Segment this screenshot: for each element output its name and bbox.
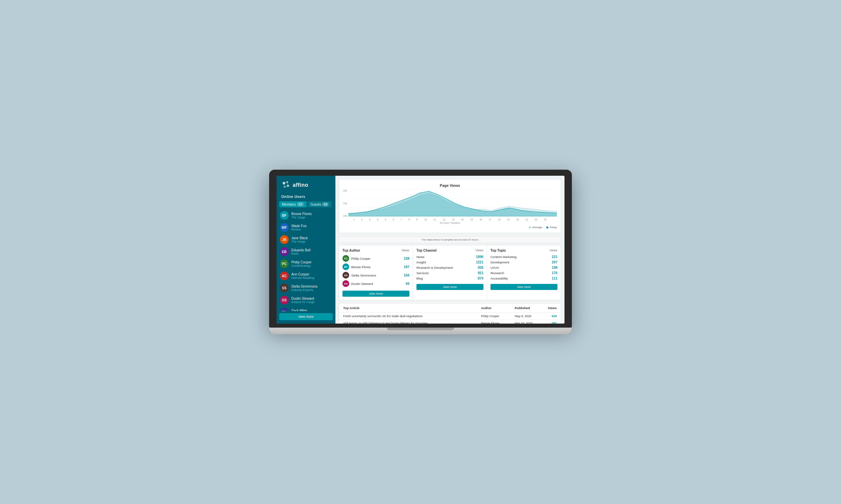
top-author-item: PC Philip Cooper 238 bbox=[342, 255, 409, 262]
article-title: Aldi teams up with Deliveroo to test hom… bbox=[343, 322, 481, 324]
user-company: CreditStrategy bbox=[291, 264, 332, 268]
topic-views: 111 bbox=[552, 276, 557, 280]
top-author-item: BF Bessie Flores 187 bbox=[342, 264, 409, 270]
channel-name: Research & Development bbox=[416, 266, 476, 269]
sidebar-view-more-button[interactable]: view more bbox=[279, 313, 333, 320]
article-author: Philip Cooper bbox=[481, 314, 515, 318]
user-avatar: JB bbox=[280, 235, 289, 244]
user-avatar: ZM bbox=[280, 308, 289, 311]
user-company: Internet Retailing bbox=[291, 276, 332, 280]
data-note: The data below is sampled across last 24… bbox=[339, 236, 561, 243]
top-channel-title: Top Channel Views bbox=[416, 249, 483, 252]
user-info: Philip Cooper CreditStrategy bbox=[291, 260, 332, 268]
top-author-item: SS Stella Simmmons 156 bbox=[342, 272, 409, 278]
members-tab[interactable]: Members 17 bbox=[279, 201, 307, 207]
top-author-view-more[interactable]: view more bbox=[342, 291, 409, 297]
topic-name: Development bbox=[491, 260, 550, 264]
sidebar-user-item[interactable]: JB Jane Black The Verge bbox=[276, 234, 336, 246]
top-channel-list: News 1896 Insight 1221 Research & Develo… bbox=[416, 255, 483, 280]
top-channel-view-more[interactable]: view more bbox=[416, 284, 483, 290]
top-topic-item: Development 207 bbox=[491, 260, 557, 264]
topic-name: Research bbox=[491, 271, 550, 275]
user-company: The Stage bbox=[291, 216, 332, 219]
user-avatar: EB bbox=[280, 247, 289, 256]
main-content: Page Views 300 200 100 bbox=[336, 176, 565, 324]
article-author: Bessie Flores bbox=[481, 322, 515, 324]
topic-name: Content Marketing bbox=[491, 255, 550, 259]
channel-views: 935 bbox=[478, 266, 483, 269]
top-topic-item: Research 176 bbox=[491, 271, 557, 275]
chart-title: Page Views bbox=[343, 183, 557, 187]
user-info: Dustin Steward Iceland Air Cargo bbox=[291, 297, 332, 304]
top-author-panel: Top Author Views PC Philip Cooper 238 BF… bbox=[339, 245, 413, 300]
articles-list: Fresh uncertainty surrounds UK-EU trade … bbox=[339, 313, 561, 324]
chart-x-title: 24 Hour Timeline bbox=[343, 221, 557, 224]
articles-header: Top Article Author Published Views bbox=[339, 303, 561, 313]
user-company: Industry Experts bbox=[291, 288, 332, 292]
top-channel-panel: Top Channel Views News 1896 Insight 1221… bbox=[413, 245, 487, 300]
top-topic-item: Content Marketing 221 bbox=[491, 255, 557, 259]
user-info: Bessie Flores The Stage bbox=[291, 212, 332, 219]
user-avatar: AC bbox=[280, 271, 289, 280]
screen: affino Online Users Members 17 Guests 19… bbox=[276, 176, 565, 324]
article-date: Mar 23, 2020 bbox=[515, 322, 542, 324]
user-name: Dustin Steward bbox=[291, 297, 332, 300]
user-list: BF Bessie Flores The Stage WF Wade Fox R… bbox=[276, 209, 336, 311]
user-avatar: PC bbox=[280, 259, 289, 268]
user-name: Ann Cooper bbox=[291, 272, 332, 276]
top-author-list: PC Philip Cooper 238 BF Bessie Flores 18… bbox=[342, 255, 409, 287]
today-dot bbox=[546, 227, 548, 229]
sidebar-user-item[interactable]: BF Bessie Flores The Stage bbox=[276, 209, 336, 221]
top-topic-item: UI/UX 198 bbox=[491, 266, 557, 269]
logo-icon bbox=[281, 180, 291, 190]
average-dot bbox=[529, 227, 531, 229]
sidebar-user-item[interactable]: ZM Zack Miles Charity Digital bbox=[276, 306, 336, 311]
top-channel-item: Insight 1221 bbox=[416, 260, 483, 264]
top-topic-panel: Top Topic Views Content Marketing 221 De… bbox=[487, 245, 561, 300]
author-views: 187 bbox=[404, 265, 409, 269]
user-info: Stella Simmmons Industry Experts bbox=[291, 285, 332, 292]
topic-views: 176 bbox=[552, 271, 557, 275]
sidebar-user-item[interactable]: EB Eduardo Bell Rarik bbox=[276, 246, 336, 258]
articles-section: Top Article Author Published Views Fresh… bbox=[339, 303, 561, 324]
user-info: Eduardo Bell Rarik bbox=[291, 248, 332, 255]
user-name: Stella Simmmons bbox=[291, 285, 332, 288]
sidebar-user-item[interactable]: WF Wade Fox Riviera bbox=[276, 221, 336, 234]
user-info: Zack Miles Charity Digital bbox=[291, 309, 332, 311]
chart-legend: Average Today bbox=[343, 226, 557, 229]
sidebar-user-item[interactable]: DS Dustin Steward Iceland Air Cargo bbox=[276, 294, 336, 306]
sidebar-user-item[interactable]: PC Philip Cooper CreditStrategy bbox=[276, 258, 336, 270]
article-views: 639 bbox=[542, 314, 557, 318]
channel-name: Services bbox=[416, 271, 476, 275]
author-views: 238 bbox=[404, 257, 409, 260]
chart-section: Page Views 300 200 100 bbox=[339, 179, 561, 233]
sidebar-user-item[interactable]: AC Ann Cooper Internet Retailing bbox=[276, 270, 336, 282]
user-avatar: SS bbox=[280, 284, 289, 292]
channel-views: 1896 bbox=[476, 255, 483, 259]
sidebar-user-item[interactable]: SS Stella Simmmons Industry Experts bbox=[276, 282, 336, 294]
author-avatar: PC bbox=[342, 255, 349, 262]
author-views: 156 bbox=[404, 273, 409, 277]
user-name: Jane Black bbox=[291, 236, 332, 240]
channel-views: 921 bbox=[478, 271, 483, 275]
stats-row: Top Author Views PC Philip Cooper 238 BF… bbox=[339, 245, 561, 300]
user-name: Eduardo Bell bbox=[291, 248, 332, 252]
topic-name: Accessibility bbox=[491, 276, 550, 280]
topic-views: 207 bbox=[552, 260, 557, 264]
user-info: Wade Fox Riviera bbox=[291, 224, 332, 231]
channel-name: News bbox=[416, 255, 474, 259]
top-topic-view-more[interactable]: view more bbox=[491, 284, 557, 290]
article-row[interactable]: Fresh uncertainty surrounds UK-EU trade … bbox=[339, 313, 561, 320]
user-name: Zack Miles bbox=[291, 309, 332, 311]
article-title: Fresh uncertainty surrounds UK-EU trade … bbox=[343, 314, 481, 318]
logo: affino bbox=[276, 176, 336, 193]
article-row[interactable]: Aldi teams up with Deliveroo to test hom… bbox=[339, 320, 561, 324]
guests-tab[interactable]: Guests 19 bbox=[308, 201, 332, 207]
user-company: The Verge bbox=[291, 240, 332, 243]
sidebar: affino Online Users Members 17 Guests 19… bbox=[276, 176, 336, 324]
user-name: Wade Fox bbox=[291, 224, 332, 228]
channel-name: Insight bbox=[416, 260, 474, 264]
user-company: Riviera bbox=[291, 228, 332, 231]
author-avatar: BF bbox=[342, 264, 349, 270]
user-company: Rarik bbox=[291, 252, 332, 255]
